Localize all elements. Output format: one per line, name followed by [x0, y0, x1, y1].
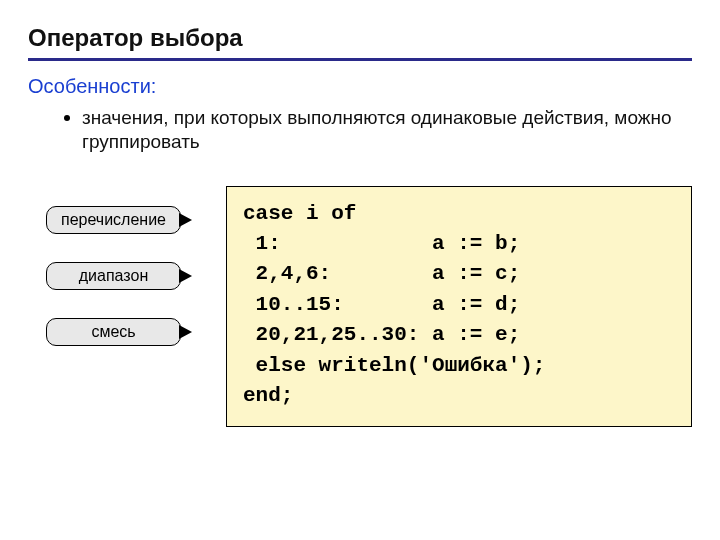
callout-tail-icon: [180, 270, 192, 282]
label-column: перечисление диапазон смесь: [46, 206, 181, 346]
label-mix: смесь: [46, 318, 181, 346]
bullet-icon: [64, 115, 70, 121]
bullet-item: значения, при которых выполняются одинак…: [64, 106, 692, 154]
bullet-text: значения, при которых выполняются одинак…: [82, 106, 692, 154]
callout-tail-icon: [180, 214, 192, 226]
label-mix-text: смесь: [91, 323, 135, 340]
page-title: Оператор выбора: [28, 24, 692, 52]
label-enumeration: перечисление: [46, 206, 181, 234]
section-subhead: Особенности:: [28, 75, 692, 98]
label-range: диапазон: [46, 262, 181, 290]
callout-tail-icon: [180, 326, 192, 338]
code-block: case i of 1: a := b; 2,4,6: a := c; 10..…: [226, 186, 692, 427]
label-enumeration-text: перечисление: [61, 211, 166, 228]
title-underline: [28, 58, 692, 61]
label-range-text: диапазон: [79, 267, 148, 284]
